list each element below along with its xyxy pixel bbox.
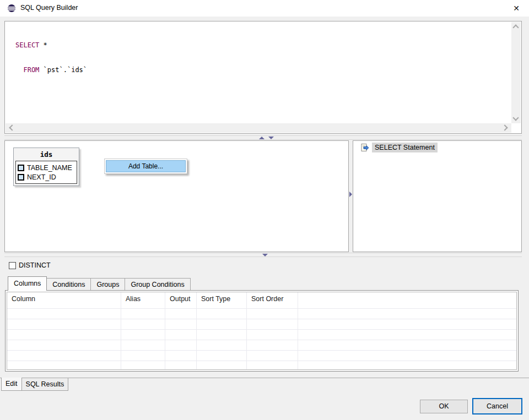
menu-item-add-table[interactable]: Add Table... (106, 160, 186, 172)
column-checkbox[interactable] (18, 165, 24, 171)
cancel-button[interactable]: Cancel (472, 398, 522, 414)
horizontal-splitter-top[interactable] (4, 135, 522, 140)
tab-groups[interactable]: Groups (91, 278, 125, 290)
tab-conditions[interactable]: Conditions (47, 278, 91, 290)
grid-row[interactable] (7, 330, 516, 340)
grid-header-row: Column Alias Output Sort Type Sort Order (7, 292, 516, 309)
scroll-down-icon[interactable] (512, 114, 519, 121)
distinct-option[interactable]: DISTINCT (9, 261, 51, 269)
collapse-up-icon[interactable] (259, 137, 264, 139)
column-checkbox[interactable] (18, 174, 24, 181)
distinct-checkbox[interactable] (9, 262, 16, 269)
column-row-next-id[interactable]: NEXT_ID (18, 172, 77, 182)
scroll-left-icon[interactable] (9, 124, 15, 130)
collapse-down-icon[interactable] (262, 254, 268, 257)
distinct-label: DISTINCT (19, 261, 51, 269)
header-sort-order[interactable]: Sort Order (247, 292, 298, 308)
outline-item-select-statement[interactable]: SELECT Statement (360, 143, 438, 152)
column-row-table-name[interactable]: TABLE_NAME (18, 163, 77, 172)
eclipse-app-icon (7, 4, 16, 13)
vertical-scrollbar[interactable] (511, 22, 521, 123)
title-bar: SQL Query Builder ✕ (0, 0, 529, 17)
context-menu: Add Table... (104, 159, 187, 174)
vertical-splitter[interactable] (349, 140, 353, 252)
header-output[interactable]: Output (165, 292, 197, 308)
header-alias[interactable]: Alias (121, 292, 165, 308)
sql-query-builder-dialog: { "window": { "title": "SQL Query Builde… (0, 0, 529, 420)
grid-row[interactable] (7, 340, 516, 351)
columns-grid[interactable]: Column Alias Output Sort Type Sort Order (7, 292, 517, 370)
outline-panel[interactable]: SELECT Statement (353, 140, 522, 252)
outline-item-label: SELECT Statement (372, 143, 438, 152)
scroll-up-icon[interactable] (512, 24, 519, 30)
tab-sql-results[interactable]: SQL Results (22, 378, 69, 391)
sql-line-2: FROM `pst`.`ids` (15, 66, 510, 74)
columns-tab-page: Column Alias Output Sort Type Sort Order (5, 290, 519, 372)
column-label: NEXT_ID (27, 173, 56, 181)
collapse-right-icon[interactable] (349, 192, 352, 197)
grid-row[interactable] (7, 351, 516, 361)
tab-columns[interactable]: Columns (8, 276, 47, 291)
sql-text[interactable]: SELECT * FROM `pst`.`ids` (15, 25, 510, 91)
details-tab-bar: Columns Conditions Groups Group Conditio… (8, 276, 191, 290)
close-icon[interactable]: ✕ (510, 3, 522, 14)
grid-row[interactable] (7, 319, 516, 330)
diagram-canvas[interactable]: ids TABLE_NAME NEXT_ID Add Table... (4, 140, 349, 252)
window-title: SQL Query Builder (20, 4, 78, 12)
header-filler (298, 292, 516, 308)
grid-row[interactable] (7, 361, 516, 370)
ok-button[interactable]: OK (420, 400, 468, 413)
collapse-down-icon[interactable] (268, 137, 274, 139)
tab-group-conditions[interactable]: Group Conditions (125, 278, 190, 290)
sql-line-1: SELECT * (15, 41, 510, 50)
editor-tab-bar: Edit SQL Results (0, 378, 529, 391)
table-node-ids[interactable]: ids TABLE_NAME NEXT_ID (13, 148, 79, 186)
horizontal-scrollbar[interactable] (6, 123, 511, 133)
grid-row[interactable] (7, 309, 516, 319)
tab-edit[interactable]: Edit (1, 378, 22, 391)
horizontal-splitter-bottom[interactable] (4, 253, 522, 257)
header-column[interactable]: Column (7, 292, 121, 308)
statement-icon (360, 143, 369, 152)
table-node-columns: TABLE_NAME NEXT_ID (15, 161, 77, 184)
table-node-title[interactable]: ids (14, 148, 79, 161)
scroll-right-icon[interactable] (501, 124, 508, 130)
column-label: TABLE_NAME (27, 164, 72, 172)
sql-editor[interactable]: SELECT * FROM `pst`.`ids` (4, 21, 522, 134)
header-sort-type[interactable]: Sort Type (197, 292, 247, 308)
